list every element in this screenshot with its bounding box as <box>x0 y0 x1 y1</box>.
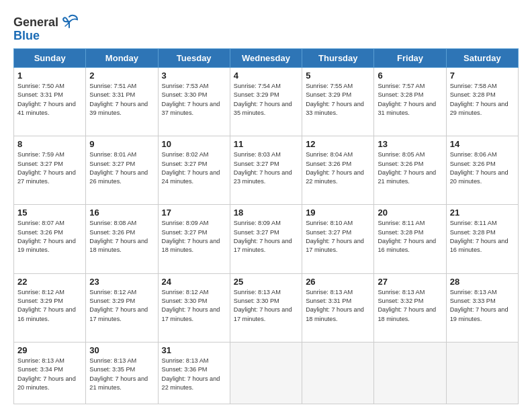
day-info: Sunrise: 8:09 AMSunset: 3:27 PMDaylight:… <box>234 219 298 255</box>
calendar-cell: 28 Sunrise: 8:13 AMSunset: 3:33 PMDaylig… <box>446 273 518 342</box>
calendar-header-row: SundayMondayTuesdayWednesdayThursdayFrid… <box>14 49 519 68</box>
calendar-cell: 25 Sunrise: 8:13 AMSunset: 3:30 PMDaylig… <box>230 273 302 342</box>
day-number: 8 <box>17 139 82 149</box>
weekday-header-wednesday: Wednesday <box>230 49 302 68</box>
day-info: Sunrise: 7:58 AMSunset: 3:28 PMDaylight:… <box>450 82 515 118</box>
day-info: Sunrise: 8:13 AMSunset: 3:36 PMDaylight:… <box>162 357 226 392</box>
weekday-header-tuesday: Tuesday <box>158 49 230 68</box>
calendar-cell: 17 Sunrise: 8:09 AMSunset: 3:27 PMDaylig… <box>158 205 230 273</box>
day-info: Sunrise: 7:59 AMSunset: 3:27 PMDaylight:… <box>17 150 82 186</box>
day-info: Sunrise: 8:07 AMSunset: 3:26 PMDaylight:… <box>17 219 82 255</box>
day-number: 27 <box>378 277 442 287</box>
day-info: Sunrise: 7:54 AMSunset: 3:29 PMDaylight:… <box>234 82 298 118</box>
calendar-cell: 5 Sunrise: 7:55 AMSunset: 3:29 PMDayligh… <box>302 68 374 136</box>
calendar-cell: 23 Sunrise: 8:12 AMSunset: 3:29 PMDaylig… <box>86 273 158 342</box>
calendar-body: 1 Sunrise: 7:50 AMSunset: 3:31 PMDayligh… <box>14 68 519 404</box>
calendar-cell: 30 Sunrise: 8:13 AMSunset: 3:35 PMDaylig… <box>86 342 158 404</box>
calendar-cell: 11 Sunrise: 8:03 AMSunset: 3:27 PMDaylig… <box>230 136 302 205</box>
day-number: 20 <box>378 208 442 218</box>
calendar-week-4: 22 Sunrise: 8:12 AMSunset: 3:29 PMDaylig… <box>14 273 519 342</box>
calendar-cell: 29 Sunrise: 8:13 AMSunset: 3:34 PMDaylig… <box>14 342 86 404</box>
calendar-cell <box>446 342 518 404</box>
day-number: 22 <box>17 277 82 287</box>
day-info: Sunrise: 8:08 AMSunset: 3:26 PMDaylight:… <box>89 219 154 255</box>
calendar-cell: 26 Sunrise: 8:13 AMSunset: 3:31 PMDaylig… <box>302 273 374 342</box>
day-number: 31 <box>162 345 226 355</box>
calendar-cell: 8 Sunrise: 7:59 AMSunset: 3:27 PMDayligh… <box>14 136 86 205</box>
weekday-header-saturday: Saturday <box>446 49 518 68</box>
day-number: 26 <box>306 277 370 287</box>
calendar-cell: 1 Sunrise: 7:50 AMSunset: 3:31 PMDayligh… <box>14 68 86 136</box>
day-info: Sunrise: 8:11 AMSunset: 3:28 PMDaylight:… <box>378 219 442 255</box>
day-info: Sunrise: 8:12 AMSunset: 3:30 PMDaylight:… <box>162 288 226 324</box>
day-number: 23 <box>89 277 154 287</box>
calendar-cell <box>302 342 374 404</box>
day-number: 29 <box>17 345 82 355</box>
calendar-cell: 10 Sunrise: 8:02 AMSunset: 3:27 PMDaylig… <box>158 136 230 205</box>
calendar-cell: 22 Sunrise: 8:12 AMSunset: 3:29 PMDaylig… <box>14 273 86 342</box>
calendar-cell: 14 Sunrise: 8:06 AMSunset: 3:26 PMDaylig… <box>446 136 518 205</box>
calendar-cell: 9 Sunrise: 8:01 AMSunset: 3:27 PMDayligh… <box>86 136 158 205</box>
calendar-table: SundayMondayTuesdayWednesdayThursdayFrid… <box>13 48 519 404</box>
day-number: 21 <box>450 208 515 218</box>
day-number: 17 <box>162 208 226 218</box>
day-number: 16 <box>89 208 154 218</box>
day-number: 1 <box>17 71 82 81</box>
day-info: Sunrise: 8:13 AMSunset: 3:34 PMDaylight:… <box>17 357 82 392</box>
day-info: Sunrise: 7:53 AMSunset: 3:30 PMDaylight:… <box>162 82 226 118</box>
day-info: Sunrise: 8:10 AMSunset: 3:27 PMDaylight:… <box>306 219 370 255</box>
calendar-cell <box>374 342 446 404</box>
day-info: Sunrise: 8:06 AMSunset: 3:26 PMDaylight:… <box>450 150 515 186</box>
day-info: Sunrise: 8:09 AMSunset: 3:27 PMDaylight:… <box>162 219 226 255</box>
day-number: 24 <box>162 277 226 287</box>
day-info: Sunrise: 8:11 AMSunset: 3:28 PMDaylight:… <box>450 219 515 255</box>
day-info: Sunrise: 8:13 AMSunset: 3:31 PMDaylight:… <box>306 288 370 324</box>
calendar-cell: 15 Sunrise: 8:07 AMSunset: 3:26 PMDaylig… <box>14 205 86 273</box>
logo: General Blue <box>13 10 79 43</box>
calendar-week-3: 15 Sunrise: 8:07 AMSunset: 3:26 PMDaylig… <box>14 205 519 273</box>
calendar-cell: 6 Sunrise: 7:57 AMSunset: 3:28 PMDayligh… <box>374 68 446 136</box>
day-info: Sunrise: 7:55 AMSunset: 3:29 PMDaylight:… <box>306 82 370 118</box>
header: General Blue <box>13 10 519 43</box>
day-info: Sunrise: 8:13 AMSunset: 3:32 PMDaylight:… <box>378 288 442 324</box>
day-info: Sunrise: 7:57 AMSunset: 3:28 PMDaylight:… <box>378 82 442 118</box>
day-number: 3 <box>162 71 226 81</box>
day-number: 6 <box>378 71 442 81</box>
day-number: 2 <box>89 71 154 81</box>
day-number: 30 <box>89 345 154 355</box>
day-info: Sunrise: 8:13 AMSunset: 3:30 PMDaylight:… <box>234 288 298 324</box>
day-number: 13 <box>378 139 442 149</box>
calendar-week-5: 29 Sunrise: 8:13 AMSunset: 3:34 PMDaylig… <box>14 342 519 404</box>
calendar-cell: 31 Sunrise: 8:13 AMSunset: 3:36 PMDaylig… <box>158 342 230 404</box>
day-number: 10 <box>162 139 226 149</box>
calendar-cell: 18 Sunrise: 8:09 AMSunset: 3:27 PMDaylig… <box>230 205 302 273</box>
calendar-cell: 4 Sunrise: 7:54 AMSunset: 3:29 PMDayligh… <box>230 68 302 136</box>
day-number: 15 <box>17 208 82 218</box>
calendar-cell <box>230 342 302 404</box>
day-info: Sunrise: 8:13 AMSunset: 3:35 PMDaylight:… <box>89 357 154 392</box>
day-number: 12 <box>306 139 370 149</box>
day-info: Sunrise: 8:13 AMSunset: 3:33 PMDaylight:… <box>450 288 515 324</box>
day-info: Sunrise: 8:05 AMSunset: 3:26 PMDaylight:… <box>378 150 442 186</box>
weekday-header-thursday: Thursday <box>302 49 374 68</box>
day-number: 14 <box>450 139 515 149</box>
page: General Blue SundayMondayTuesdayWednesda… <box>0 0 532 411</box>
day-number: 9 <box>89 139 154 149</box>
calendar-week-1: 1 Sunrise: 7:50 AMSunset: 3:31 PMDayligh… <box>14 68 519 136</box>
calendar-cell: 3 Sunrise: 7:53 AMSunset: 3:30 PMDayligh… <box>158 68 230 136</box>
calendar-cell: 12 Sunrise: 8:04 AMSunset: 3:26 PMDaylig… <box>302 136 374 205</box>
calendar-cell: 13 Sunrise: 8:05 AMSunset: 3:26 PMDaylig… <box>374 136 446 205</box>
day-number: 28 <box>450 277 515 287</box>
calendar-cell: 7 Sunrise: 7:58 AMSunset: 3:28 PMDayligh… <box>446 68 518 136</box>
logo-text-general: General <box>13 15 58 30</box>
day-number: 25 <box>234 277 298 287</box>
day-info: Sunrise: 8:12 AMSunset: 3:29 PMDaylight:… <box>17 288 82 324</box>
calendar-cell: 27 Sunrise: 8:13 AMSunset: 3:32 PMDaylig… <box>374 273 446 342</box>
day-number: 5 <box>306 71 370 81</box>
day-info: Sunrise: 7:50 AMSunset: 3:31 PMDaylight:… <box>17 82 82 118</box>
calendar-cell: 16 Sunrise: 8:08 AMSunset: 3:26 PMDaylig… <box>86 205 158 273</box>
weekday-header-monday: Monday <box>86 49 158 68</box>
day-number: 18 <box>234 208 298 218</box>
calendar-week-2: 8 Sunrise: 7:59 AMSunset: 3:27 PMDayligh… <box>14 136 519 205</box>
day-number: 4 <box>234 71 298 81</box>
